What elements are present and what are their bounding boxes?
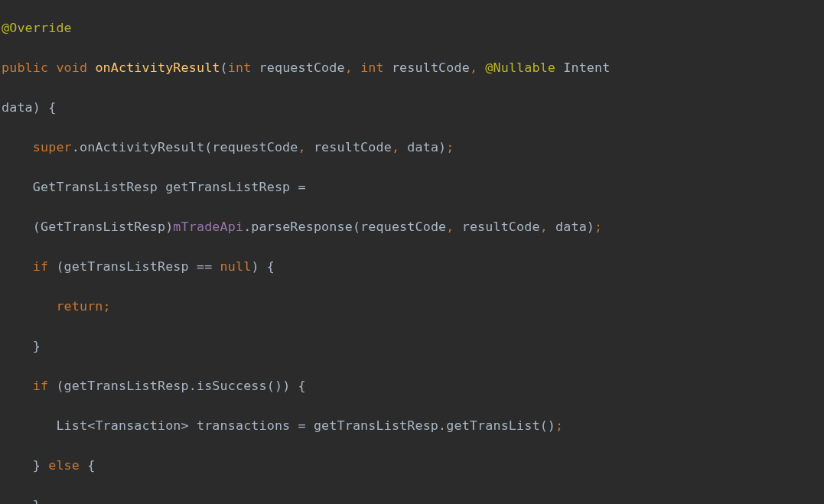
code-token: else <box>48 457 80 473</box>
code-token <box>2 338 33 353</box>
code-token <box>48 60 56 75</box>
code-token: ) <box>587 219 594 234</box>
code-token: onActivityResult <box>95 60 220 75</box>
code-token: public <box>2 60 48 75</box>
code-token: ; <box>555 418 563 433</box>
code-token: requestCode <box>251 60 344 75</box>
code-token: ) <box>165 219 173 234</box>
code-token: getTransList <box>446 418 539 433</box>
code-token: super <box>33 139 72 154</box>
code-token: ) <box>251 259 259 274</box>
code-token: , <box>345 60 353 75</box>
code-token: . <box>189 378 197 393</box>
code-token: ; <box>103 298 111 314</box>
code-token: ; <box>594 219 602 234</box>
code-token: @Nullable <box>485 60 555 75</box>
code-editor-content[interactable]: @Override public void onActivityResult(i… <box>0 0 824 504</box>
code-token: resultCode <box>454 219 539 234</box>
code-token: } <box>33 338 41 353</box>
code-token: getTransListResp <box>306 418 438 433</box>
code-token <box>87 60 95 75</box>
code-token: if <box>33 259 48 274</box>
code-token: List <box>2 418 87 433</box>
code-token: , <box>446 219 454 234</box>
code-token: ; <box>446 139 454 154</box>
code-token <box>2 219 33 234</box>
code-token: () <box>540 418 555 433</box>
code-token: . <box>72 139 80 154</box>
code-token: , <box>470 60 477 75</box>
code-token: getTransListResp <box>64 259 197 274</box>
code-token: null <box>220 259 252 274</box>
code-token: ( <box>220 60 228 75</box>
code-token <box>41 457 48 473</box>
code-token: int <box>228 60 252 75</box>
code-token <box>2 457 33 473</box>
code-token: ( <box>353 219 360 234</box>
code-token: GetTransListResp getTransListResp <box>2 179 298 194</box>
code-token <box>2 497 33 504</box>
code-token: ()) <box>267 378 291 393</box>
code-token: } <box>33 457 41 473</box>
code-token: transactions <box>189 418 298 433</box>
code-token: , <box>392 139 399 154</box>
code-token: @Override <box>2 20 72 35</box>
code-token: return <box>56 298 103 314</box>
code-token: ( <box>33 219 41 234</box>
code-token: data <box>548 219 587 234</box>
code-token: data <box>399 139 438 154</box>
code-token: == <box>197 259 212 274</box>
code-token <box>80 457 87 473</box>
code-token <box>48 378 56 393</box>
code-token: = <box>298 179 305 194</box>
code-token: mTradeApi <box>173 219 243 234</box>
code-token: ) <box>438 139 446 154</box>
code-token: { <box>48 99 56 115</box>
code-token <box>41 99 48 115</box>
code-token: ( <box>204 139 212 154</box>
code-token: void <box>56 60 87 75</box>
code-token: , <box>540 219 548 234</box>
code-token <box>2 378 33 393</box>
code-token <box>2 259 33 274</box>
code-token: Intent <box>555 60 618 75</box>
code-token <box>2 139 33 154</box>
code-token: resultCode <box>384 60 470 75</box>
code-token <box>259 259 267 274</box>
code-token: . <box>438 418 446 433</box>
code-token: getTransListResp <box>64 378 189 393</box>
code-token: requestCode <box>360 219 446 234</box>
code-token: { <box>267 259 275 274</box>
code-token: data <box>2 99 33 115</box>
code-token: < <box>87 418 95 433</box>
code-token: parseResponse <box>251 219 353 234</box>
code-token <box>477 60 485 75</box>
code-token: int <box>360 60 384 75</box>
code-token: { <box>87 457 95 473</box>
code-token: requestCode <box>212 139 298 154</box>
code-token: ) <box>33 99 41 115</box>
code-token: GetTransListResp <box>41 219 165 234</box>
code-token: Transaction <box>95 418 181 433</box>
code-token <box>2 298 56 314</box>
code-token: onActivityResult <box>80 139 204 154</box>
code-token: > <box>181 418 189 433</box>
code-token <box>48 259 56 274</box>
code-token: } <box>33 497 41 504</box>
code-token: = <box>298 418 306 433</box>
code-token: { <box>298 378 306 393</box>
code-token: , <box>298 139 306 154</box>
code-token <box>353 60 360 75</box>
code-token: if <box>33 378 48 393</box>
code-token: isSuccess <box>197 378 267 393</box>
code-token: resultCode <box>306 139 392 154</box>
code-token: ( <box>56 378 64 393</box>
code-token <box>290 378 298 393</box>
code-token: . <box>243 219 251 234</box>
code-token: ( <box>56 259 64 274</box>
code-token <box>212 259 220 274</box>
